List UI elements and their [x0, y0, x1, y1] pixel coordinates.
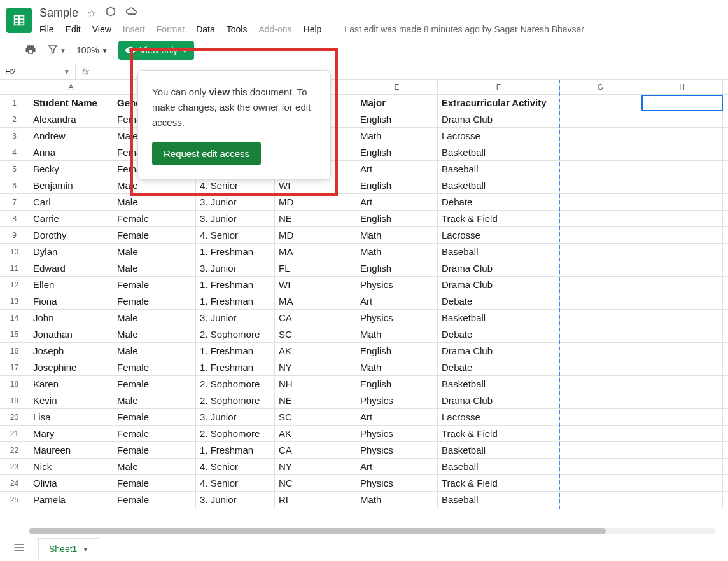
cell[interactable] — [560, 111, 641, 127]
cell[interactable] — [641, 277, 723, 293]
cell[interactable] — [560, 459, 641, 474]
cell[interactable] — [641, 475, 723, 491]
cell[interactable]: MD — [275, 194, 356, 210]
cell[interactable] — [641, 293, 723, 309]
cell[interactable]: FL — [275, 260, 356, 276]
cell[interactable] — [560, 144, 641, 160]
cell[interactable]: Physics — [356, 426, 438, 441]
cell[interactable]: Basketball — [438, 177, 560, 193]
cell[interactable]: CA — [275, 310, 356, 326]
cell[interactable] — [560, 392, 641, 408]
cell[interactable]: Male — [113, 310, 196, 326]
cell[interactable]: 3. Junior — [196, 409, 275, 425]
cell[interactable]: Debate — [438, 359, 560, 375]
cell[interactable]: AK — [275, 343, 356, 359]
cell[interactable]: Nick — [29, 459, 113, 474]
cell[interactable]: Debate — [438, 194, 560, 210]
cell[interactable]: Male — [113, 244, 196, 260]
cell[interactable]: NH — [275, 376, 356, 392]
cell[interactable] — [560, 442, 641, 458]
cell[interactable]: Mary — [29, 426, 113, 441]
cell[interactable] — [560, 475, 641, 491]
cell[interactable] — [560, 293, 641, 309]
cell[interactable]: Jonathan — [29, 326, 113, 342]
cell[interactable]: Dylan — [29, 244, 113, 260]
cell[interactable] — [641, 128, 723, 144]
cell[interactable]: Ellen — [29, 277, 113, 293]
cell[interactable]: Track & Field — [438, 211, 560, 226]
request-edit-access-button[interactable]: Request edit access — [152, 142, 261, 165]
row-header[interactable]: 12 — [0, 277, 29, 293]
cell[interactable] — [560, 211, 641, 226]
column-header-E[interactable]: E — [356, 80, 438, 94]
cell[interactable]: Andrew — [29, 128, 113, 144]
row-header[interactable]: 17 — [0, 359, 29, 375]
cell[interactable]: 3. Junior — [196, 194, 275, 210]
view-only-button[interactable]: View only ▼ — [118, 41, 195, 60]
all-sheets-icon[interactable] — [13, 541, 25, 556]
cell[interactable]: Physics — [356, 475, 438, 491]
cell[interactable]: Baseball — [438, 492, 560, 508]
cell[interactable]: Female — [113, 359, 196, 375]
cell[interactable]: Math — [356, 244, 438, 260]
column-header-H[interactable]: H — [641, 80, 723, 94]
row-header[interactable]: 8 — [0, 211, 29, 226]
menu-tools[interactable]: Tools — [227, 24, 248, 34]
menu-edit[interactable]: Edit — [66, 24, 81, 34]
row-header[interactable]: 3 — [0, 128, 29, 144]
cell[interactable]: MA — [275, 293, 356, 309]
cloud-icon[interactable] — [125, 5, 138, 20]
cell[interactable]: Drama Club — [438, 392, 560, 408]
cell[interactable]: Female — [113, 376, 196, 392]
cell[interactable]: Dorothy — [29, 227, 113, 243]
cell[interactable]: Math — [356, 128, 438, 144]
cell[interactable]: English — [356, 144, 438, 160]
document-title[interactable]: Sample — [39, 6, 78, 20]
row-header[interactable]: 24 — [0, 475, 29, 491]
cell[interactable]: Art — [356, 161, 438, 177]
cell[interactable]: 4. Senior — [196, 475, 275, 491]
cell[interactable]: Math — [356, 492, 438, 508]
cell[interactable]: Carl — [29, 194, 113, 210]
cell[interactable]: Karen — [29, 376, 113, 392]
cell[interactable]: Art — [356, 293, 438, 309]
cell[interactable]: Joseph — [29, 343, 113, 359]
cell[interactable]: Anna — [29, 144, 113, 160]
cell[interactable] — [560, 95, 641, 111]
cell[interactable] — [641, 260, 723, 276]
star-icon[interactable]: ☆ — [87, 7, 96, 19]
row-header[interactable]: 18 — [0, 376, 29, 392]
horizontal-scrollbar-thumb[interactable] — [29, 528, 606, 534]
row-header[interactable]: 2 — [0, 111, 29, 127]
cell[interactable]: Drama Club — [438, 277, 560, 293]
cell[interactable]: Basketball — [438, 144, 560, 160]
cell[interactable]: Physics — [356, 442, 438, 458]
cell[interactable]: Male — [113, 459, 196, 474]
cell[interactable]: English — [356, 177, 438, 193]
cell[interactable] — [641, 161, 723, 177]
cell[interactable]: Debate — [438, 326, 560, 342]
cell[interactable]: Female — [113, 426, 196, 441]
cell[interactable]: Benjamin — [29, 177, 113, 193]
cell[interactable] — [641, 492, 723, 508]
cell[interactable]: Physics — [356, 310, 438, 326]
cell[interactable] — [560, 310, 641, 326]
cell[interactable]: Female — [113, 475, 196, 491]
cell[interactable]: NE — [275, 211, 356, 226]
cell[interactable]: 1. Freshman — [196, 244, 275, 260]
cell[interactable]: Lacrosse — [438, 227, 560, 243]
move-icon[interactable] — [105, 6, 116, 20]
cell[interactable]: 4. Senior — [196, 459, 275, 474]
cell[interactable]: Female — [113, 492, 196, 508]
cell[interactable] — [560, 260, 641, 276]
cell[interactable] — [641, 459, 723, 474]
row-header[interactable]: 9 — [0, 227, 29, 243]
cell[interactable] — [641, 326, 723, 342]
row-header[interactable]: 25 — [0, 492, 29, 508]
cell[interactable]: Male — [113, 326, 196, 342]
cell[interactable]: Debate — [438, 293, 560, 309]
column-header-F[interactable]: F — [438, 80, 560, 94]
cell[interactable]: Alexandra — [29, 111, 113, 127]
row-header[interactable]: 1 — [0, 95, 29, 111]
cell[interactable]: 4. Senior — [196, 227, 275, 243]
